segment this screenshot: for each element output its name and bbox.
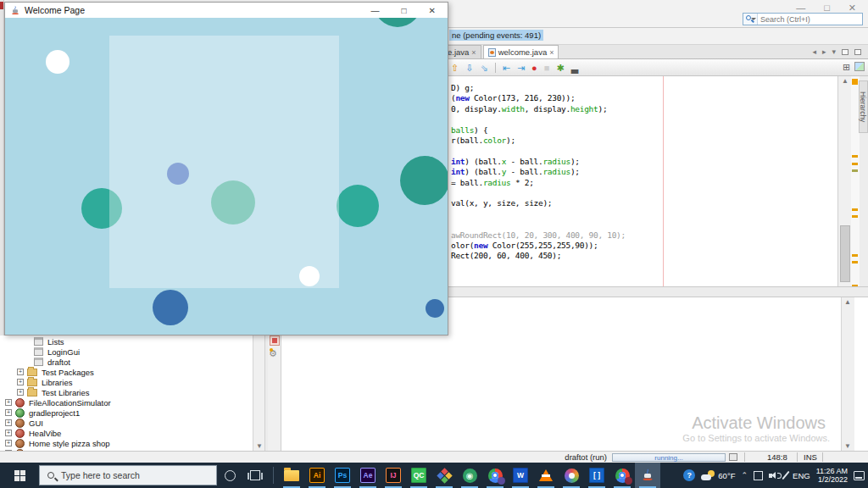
tray-expand-icon[interactable]: ⌃ [742, 471, 748, 480]
tree-item-home-style-pizza-shop[interactable]: +Home style pizza shop [5, 438, 110, 448]
tree-item-libraries[interactable]: +Libraries [17, 377, 72, 387]
split-editor-icon[interactable]: ⊞ [843, 62, 850, 72]
run-gc-icon[interactable]: ✱ [556, 62, 564, 74]
tree-item-lists[interactable]: Lists [34, 336, 64, 347]
tree-item-test-packages[interactable]: +Test Packages [17, 367, 94, 377]
expand-icon[interactable]: + [17, 379, 24, 385]
taskbar-icon-java-app[interactable] [635, 463, 660, 488]
push-stack-icon[interactable]: ⇩ [465, 62, 473, 74]
editor-scrollbar-thumb[interactable] [840, 225, 850, 282]
tree-item-draftot[interactable]: draftot [34, 357, 70, 367]
hierarchy-side-tab[interactable]: Hierarchy [859, 80, 868, 133]
tab-close-icon[interactable]: × [549, 48, 554, 57]
progress-bar[interactable]: running... [612, 453, 726, 462]
tree-item-logingui[interactable]: LoginGui [34, 347, 80, 357]
java-app-icon [641, 469, 654, 482]
editor-scrollbar[interactable]: ▲ ▼ [837, 76, 851, 297]
taskbar-icon-paint-3d[interactable] [559, 463, 584, 488]
preview-icon[interactable] [854, 62, 865, 71]
taskbar-icon-chrome-profile[interactable] [609, 463, 635, 488]
task-view-button[interactable] [242, 470, 268, 480]
taskbar-icon-intellij[interactable]: IJ [381, 463, 406, 488]
welcome-maximize-button[interactable]: □ [402, 6, 407, 15]
help-tray-icon[interactable]: ? [683, 469, 695, 481]
start-button[interactable] [0, 463, 39, 488]
tablet-mode-icon[interactable] [754, 471, 763, 480]
welcome-window-titlebar[interactable]: Welcome Page — □ ✕ [5, 3, 448, 18]
warning-mark[interactable] [852, 155, 858, 158]
expand-icon[interactable]: + [5, 440, 12, 446]
taskbar-icon-cube-app[interactable] [431, 463, 457, 488]
weather-widget[interactable]: 60°F [701, 470, 735, 480]
taskbar-icon-atom-app[interactable]: ◉ [457, 463, 482, 488]
scroll-up-icon[interactable]: ▲ [838, 77, 852, 85]
date-label: 1/2/2022 [816, 475, 848, 484]
heap-icon[interactable]: ▃ [571, 62, 578, 74]
welcome-close-button[interactable]: ✕ [429, 6, 436, 15]
warning-mark[interactable] [852, 169, 858, 172]
expand-icon[interactable]: + [5, 409, 12, 416]
taskbar-icon-chrome[interactable] [482, 463, 508, 488]
action-center-icon[interactable] [854, 471, 865, 480]
stop-process-button[interactable] [270, 336, 280, 346]
welcome-page-window[interactable]: Welcome Page — □ ✕ [4, 2, 448, 336]
warning-mark[interactable] [852, 261, 858, 263]
panel-splitter[interactable] [264, 336, 268, 451]
editor-tab-e-java[interactable]: e.java× [444, 45, 481, 58]
ide-search-box[interactable] [743, 13, 863, 25]
tab-scroll-icon[interactable]: ◂ [812, 47, 816, 56]
expand-icon[interactable]: + [5, 430, 12, 436]
expand-icon[interactable]: + [17, 389, 24, 396]
step-over-icon[interactable]: ⇘ [480, 62, 487, 74]
tree-item-fileallocationsimulator[interactable]: +FileAllocationSimulator [5, 397, 111, 408]
taskbar-icon-after-effects[interactable]: Ae [355, 463, 381, 488]
expand-icon[interactable]: + [17, 369, 24, 375]
projects-scrollbar[interactable]: ▼ [253, 336, 264, 451]
editor-tab-welcome-java[interactable]: welcome.java× [483, 45, 559, 58]
code-editor[interactable]: D) g;(new Color(173, 216, 230));0, displ… [444, 76, 837, 286]
taskbar-search[interactable]: Type here to search [39, 465, 217, 485]
expand-icon[interactable]: + [5, 419, 12, 426]
window-list-icon[interactable] [854, 49, 861, 55]
tree-item-gradleproject1[interactable]: +gradleproject1 [5, 408, 80, 418]
welcome-minimize-button[interactable]: — [371, 6, 380, 15]
taskbar-icon-photoshop[interactable]: Ps [330, 463, 355, 488]
step-into-icon[interactable]: ⇤ [503, 62, 510, 74]
taskbar-icon-illustrator[interactable]: Ai [304, 463, 330, 488]
warning-mark[interactable] [852, 215, 858, 218]
taskbar-icon-qc-app[interactable]: QC [406, 463, 431, 488]
window-list-icon[interactable] [842, 49, 849, 55]
tab-scroll-icon[interactable]: ▸ [822, 47, 826, 56]
warning-mark[interactable] [852, 254, 858, 257]
taskbar-icon-word[interactable]: W [508, 463, 533, 488]
tree-scroll-down-icon[interactable]: ▼ [253, 442, 265, 450]
warning-mark[interactable] [852, 208, 858, 211]
cortana-button[interactable] [217, 470, 242, 481]
process-window-icon[interactable] [729, 453, 737, 461]
tab-close-icon[interactable]: × [471, 48, 476, 57]
expand-icon[interactable]: + [5, 399, 12, 406]
tab-scroll-icon[interactable]: ▾ [832, 47, 836, 56]
record-icon[interactable]: ● [531, 62, 537, 74]
warning-mark[interactable] [852, 163, 858, 165]
output-scroll-up-icon[interactable]: ▲ [842, 298, 854, 306]
step-out-icon[interactable]: ⇥ [517, 62, 525, 74]
taskbar-icon-vlc[interactable] [533, 463, 559, 488]
search-icon[interactable] [743, 14, 758, 25]
taskbar-icon-file-explorer[interactable] [279, 463, 304, 488]
warning-mark[interactable] [852, 79, 858, 85]
tree-item-healvibe[interactable]: +HealVibe [5, 428, 61, 438]
pop-stack-icon[interactable]: ⇧ [451, 62, 459, 74]
settings-gear-icon[interactable]: ⚙ [269, 348, 277, 359]
language-label[interactable]: ENG [793, 471, 810, 480]
taskbar-icon-brackets[interactable]: [ ] [584, 463, 609, 488]
output-scrollbar[interactable]: ▲ ▼ [841, 297, 854, 451]
tree-item-test-libraries[interactable]: +Test Libraries [17, 387, 90, 397]
tree-item-gui[interactable]: +GUI [5, 418, 43, 428]
clock[interactable]: 11:26 AM 1/2/2022 [816, 467, 848, 484]
ide-search-input[interactable] [758, 14, 862, 25]
stop-icon[interactable]: ■ [544, 62, 550, 74]
volume-icon[interactable] [769, 471, 779, 480]
output-scroll-down-icon[interactable]: ▼ [842, 442, 854, 450]
windows-ink-icon[interactable] [782, 471, 789, 480]
